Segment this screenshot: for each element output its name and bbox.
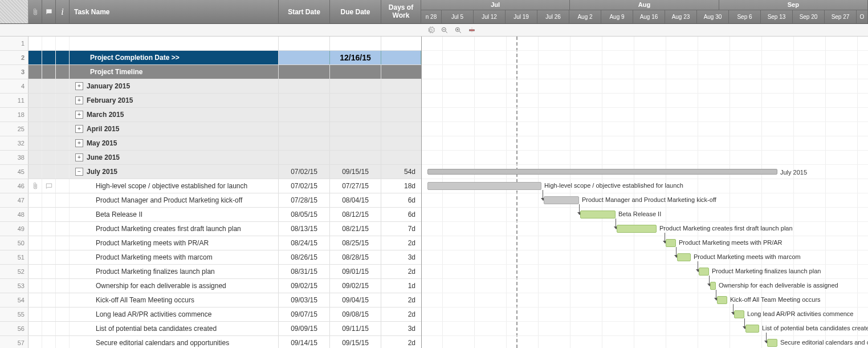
task-row[interactable]: 50 Product Marketing meets with PR/AR 08… (0, 236, 421, 250)
task-cell[interactable]: Project Completion Date >> (70, 51, 279, 64)
gantt-bar[interactable]: Product Marketing meets with PR/AR (666, 239, 676, 247)
task-cell[interactable]: +June 2015 (70, 151, 279, 164)
task-name-cell[interactable]: Product Marketing creates first draft la… (70, 222, 279, 236)
gantt-bar[interactable]: Product Marketing meets with marcom (677, 253, 691, 261)
start-date-cell[interactable] (279, 136, 330, 150)
week-header[interactable]: Sep 20 (793, 10, 825, 23)
start-date-cell[interactable] (279, 94, 330, 107)
start-date-cell[interactable]: 07/02/15 (279, 179, 330, 193)
info-column-header[interactable]: i (56, 0, 70, 23)
attachment-column-header[interactable] (28, 0, 42, 23)
expand-toggle[interactable]: + (75, 139, 83, 147)
task-cell[interactable]: +February 2015 (70, 94, 279, 107)
due-date-cell[interactable]: 09/04/15 (330, 293, 381, 307)
gantt-bar[interactable]: Ownership for each deliverable is assign… (710, 282, 716, 290)
days-cell[interactable]: 18d (381, 179, 421, 193)
grid-row[interactable]: 1 (0, 37, 421, 51)
gantt-bar[interactable]: Kick-off All Team Meeting occurs (717, 296, 727, 304)
week-header[interactable]: O (857, 10, 868, 23)
task-row[interactable]: 48 Beta Release II 08/05/15 08/12/15 6d (0, 208, 421, 222)
week-header[interactable]: Jul 5 (442, 10, 474, 23)
start-date-cell[interactable]: 08/05/15 (279, 208, 330, 221)
task-name-cell[interactable]: Product Manager and Product Marketing ki… (70, 193, 279, 207)
start-date-cell[interactable] (279, 51, 330, 64)
grid-row[interactable]: 25 +April 2015 (0, 122, 421, 136)
due-date-cell[interactable]: 09/11/15 (330, 322, 381, 335)
days-cell[interactable]: 2d (381, 265, 421, 278)
week-header[interactable]: n 28 (421, 10, 442, 23)
week-header[interactable]: Sep 13 (761, 10, 793, 23)
days-cell[interactable]: 2d (381, 293, 421, 307)
week-header[interactable]: Aug 30 (697, 10, 729, 23)
due-date-header[interactable]: Due Date (330, 0, 381, 23)
task-cell[interactable] (70, 37, 279, 50)
gantt-settings-button[interactable] (426, 26, 435, 35)
due-date-cell[interactable]: 09/15/15 (330, 165, 381, 179)
gantt-bar[interactable]: Product Marketing finalizes launch plan (699, 268, 709, 276)
days-cell[interactable]: 2d (381, 307, 421, 321)
due-date-cell[interactable] (330, 151, 381, 164)
task-name-cell[interactable]: Product Marketing meets with PR/AR (70, 236, 279, 250)
expand-toggle[interactable]: + (75, 82, 83, 90)
task-row[interactable]: 56 List of potential beta candidates cre… (0, 322, 421, 336)
gantt-bar[interactable]: High-level scope / objective established… (427, 182, 541, 190)
task-cell[interactable]: +January 2015 (70, 79, 279, 93)
week-header[interactable]: Aug 23 (665, 10, 697, 23)
days-cell[interactable] (381, 65, 421, 79)
collapse-toggle[interactable]: − (75, 168, 83, 176)
days-cell[interactable]: 3d (381, 322, 421, 335)
due-date-cell[interactable] (330, 122, 381, 136)
days-cell[interactable]: 6d (381, 193, 421, 207)
summary-bar[interactable]: July 2015 (427, 169, 777, 175)
start-date-cell[interactable] (279, 108, 330, 122)
week-header[interactable]: Aug 2 (569, 10, 601, 23)
days-header[interactable]: Days of Work (381, 0, 421, 23)
week-header[interactable]: Jul 26 (537, 10, 569, 23)
task-name-cell[interactable]: Secure editorial calendars and opportuni… (70, 336, 279, 348)
due-date-cell[interactable]: 09/15/15 (330, 336, 381, 348)
task-name-cell[interactable]: High-level scope / objective established… (70, 179, 279, 193)
grid-row[interactable]: 45 −July 2015 07/02/15 09/15/15 54d (0, 165, 421, 179)
gantt-bar[interactable]: Long lead AR/PR activities commence (734, 310, 744, 318)
start-date-cell[interactable]: 09/09/15 (279, 322, 330, 335)
week-header[interactable]: Sep 27 (825, 10, 857, 23)
task-cell[interactable]: Project Timeline (70, 65, 279, 79)
start-date-header[interactable]: Start Date (279, 0, 330, 23)
task-name-cell[interactable]: Long lead AR/PR activities commence (70, 307, 279, 321)
task-cell[interactable]: +April 2015 (70, 122, 279, 136)
task-cell[interactable]: +May 2015 (70, 136, 279, 150)
due-date-cell[interactable]: 08/28/15 (330, 250, 381, 264)
days-cell[interactable]: 2d (381, 236, 421, 250)
task-name-header[interactable]: Task Name (70, 0, 279, 23)
grid-row[interactable]: 38 +June 2015 (0, 151, 421, 165)
due-date-cell[interactable]: 08/21/15 (330, 222, 381, 236)
gantt-bar[interactable]: Secure editorial calendars and op (767, 339, 777, 347)
due-date-cell[interactable] (330, 136, 381, 150)
days-cell[interactable] (381, 37, 421, 50)
task-name-cell[interactable]: Kick-off All Team Meeting occurs (70, 293, 279, 307)
goto-today-button[interactable] (467, 26, 476, 35)
zoom-in-button[interactable] (454, 26, 463, 35)
days-cell[interactable]: 7d (381, 222, 421, 236)
start-date-cell[interactable]: 07/28/15 (279, 193, 330, 207)
start-date-cell[interactable]: 09/03/15 (279, 293, 330, 307)
start-date-cell[interactable] (279, 79, 330, 93)
due-date-cell[interactable]: 08/12/15 (330, 208, 381, 221)
week-header[interactable]: Sep 6 (729, 10, 761, 23)
task-name-cell[interactable]: Ownership for each deliverable is assign… (70, 279, 279, 293)
week-header[interactable]: Aug 16 (633, 10, 665, 23)
due-date-cell[interactable]: 08/25/15 (330, 236, 381, 250)
start-date-cell[interactable]: 09/07/15 (279, 307, 330, 321)
expand-toggle[interactable]: + (75, 96, 83, 104)
due-date-cell[interactable]: 09/02/15 (330, 279, 381, 293)
expand-toggle[interactable]: + (75, 125, 83, 133)
task-row[interactable]: 47 Product Manager and Product Marketing… (0, 193, 421, 208)
gantt-chart[interactable]: July 2015 High-level scope / objective e… (422, 37, 868, 348)
due-date-cell[interactable]: 07/27/15 (330, 179, 381, 193)
week-header[interactable]: Jul 19 (506, 10, 537, 23)
start-date-cell[interactable]: 08/24/15 (279, 236, 330, 250)
due-date-cell[interactable] (330, 108, 381, 122)
due-date-cell[interactable]: 08/04/15 (330, 193, 381, 207)
due-date-cell[interactable]: 09/01/15 (330, 265, 381, 278)
gantt-bar[interactable]: List of potential beta candidates create… (745, 325, 759, 333)
